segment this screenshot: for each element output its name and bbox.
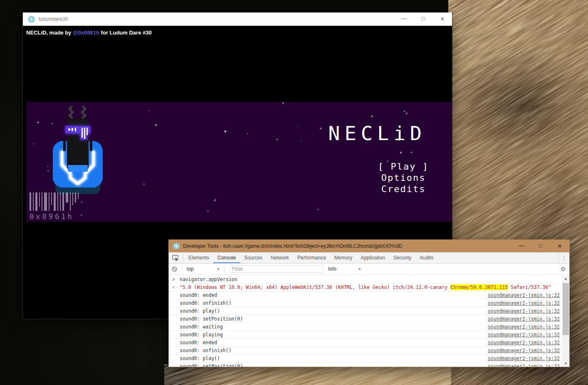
toolbar-divider bbox=[182, 266, 182, 272]
handle-left bbox=[63, 140, 66, 151]
maximize-button[interactable]: □ bbox=[531, 242, 550, 249]
tab-elements[interactable]: Elements bbox=[184, 252, 213, 263]
log-message: sound0: setPosition(0) bbox=[180, 363, 243, 367]
devtools-window-controls: — □ × bbox=[512, 242, 569, 250]
star bbox=[155, 124, 157, 126]
log-source-link[interactable]: soundmanager2-jsmin.js:32 bbox=[488, 339, 560, 346]
tab-memory[interactable]: Memory bbox=[330, 252, 356, 263]
log-source-link[interactable]: soundmanager2-jsmin.js:32 bbox=[488, 291, 560, 299]
pod-front-lip bbox=[68, 165, 88, 172]
inspect-element-button[interactable] bbox=[169, 252, 182, 263]
log-source-link[interactable]: soundmanager2-jsmin.js:32 bbox=[488, 355, 560, 362]
clear-console-button[interactable] bbox=[169, 267, 180, 272]
game-menu-item-selected[interactable]: [ Play ] bbox=[378, 161, 429, 172]
console-filter-input[interactable] bbox=[230, 265, 323, 273]
devtools-title: Developer Tools - itch-cave://game.itch/… bbox=[183, 243, 402, 249]
itch-app-icon bbox=[28, 16, 35, 23]
star bbox=[33, 143, 34, 144]
log-source-link[interactable]: soundmanager2-jsmin.js:32 bbox=[488, 323, 560, 331]
result-pre: "5.0 (Windows NT 10.0; Win64; x64) Apple… bbox=[180, 284, 450, 290]
game-window-titlebar[interactable]: ludumdare30 — □ × bbox=[23, 12, 452, 26]
star bbox=[277, 139, 278, 140]
log-level-select[interactable]: Info ▼ bbox=[326, 266, 364, 272]
console-input-text: navigator.appVersion bbox=[180, 276, 237, 282]
devtools-tabs: Elements Console Sources Network Perform… bbox=[169, 252, 569, 264]
barcode-bar bbox=[62, 192, 64, 211]
tab-console[interactable]: Console bbox=[213, 252, 240, 263]
log-source-link[interactable]: soundmanager2-jsmin.js:32 bbox=[488, 315, 560, 323]
console-input-row: > navigator.appVersion bbox=[169, 276, 562, 284]
execution-context-select[interactable]: top ▼ bbox=[184, 266, 222, 272]
log-message: sound0: ended bbox=[180, 340, 217, 346]
barcode-bar bbox=[30, 192, 31, 211]
log-source-link[interactable]: soundmanager2-jsmin.js:32 bbox=[488, 307, 560, 315]
console-output[interactable]: > navigator.appVersion <· "5.0 (Windows … bbox=[169, 276, 562, 367]
steam bbox=[69, 106, 85, 118]
console-scrollbar[interactable]: ▲ ▼ bbox=[562, 276, 569, 367]
devtools-menu-button[interactable]: ⋮ bbox=[558, 252, 569, 263]
minimize-button[interactable]: — bbox=[395, 15, 414, 22]
devtools-titlebar[interactable]: Developer Tools - itch-cave://game.itch/… bbox=[169, 240, 569, 252]
star bbox=[215, 199, 216, 200]
itch-app-icon bbox=[173, 243, 180, 249]
barcode-bar bbox=[44, 192, 47, 211]
minimize-button[interactable]: — bbox=[512, 242, 531, 249]
barcode-bar bbox=[42, 192, 42, 211]
game-window-controls: — □ × bbox=[395, 15, 452, 23]
tab-network[interactable]: Network bbox=[267, 252, 293, 263]
game-menu-item[interactable]: Credits bbox=[378, 183, 429, 195]
barcode bbox=[30, 192, 80, 212]
star bbox=[81, 214, 82, 216]
log-source-link[interactable]: soundmanager2-jsmin.js:32 bbox=[488, 347, 560, 354]
barcode-bar bbox=[72, 192, 73, 205]
log-source-link[interactable]: soundmanager2-jsmin.js:32 bbox=[488, 363, 560, 367]
author-link[interactable]: @0x0961h bbox=[73, 30, 99, 36]
barcode-bar bbox=[57, 192, 58, 211]
tab-security[interactable]: Security bbox=[389, 252, 415, 263]
game-menu-item[interactable]: Options bbox=[378, 172, 429, 183]
tab-performance[interactable]: Performance bbox=[293, 252, 330, 263]
log-source-link[interactable]: soundmanager2-jsmin.js:32 bbox=[488, 299, 560, 307]
barcode-bar bbox=[54, 192, 56, 211]
log-message: sound0: waiting bbox=[180, 324, 223, 330]
credit-suffix: Ludum Dare #30 bbox=[110, 30, 152, 36]
console-log-row: sound0: ended soundmanager2-jsmin.js:32 bbox=[169, 291, 562, 299]
console-log-row: sound0: playing soundmanager2-jsmin.js:3… bbox=[169, 331, 562, 339]
tabbar-divider bbox=[183, 254, 183, 261]
fur-texture bbox=[164, 364, 451, 385]
scroll-up-icon[interactable]: ▲ bbox=[562, 276, 569, 282]
star bbox=[282, 102, 284, 104]
tab-label: Audits bbox=[420, 255, 433, 261]
maximize-button[interactable]: □ bbox=[414, 15, 433, 22]
console-log-row: sound0: waiting soundmanager2-jsmin.js:3… bbox=[169, 323, 562, 331]
console-log-row: sound0: setPosition(0) soundmanager2-jsm… bbox=[169, 315, 562, 323]
star bbox=[320, 128, 321, 129]
log-message: sound0: play() bbox=[180, 308, 220, 314]
tab-sources[interactable]: Sources bbox=[240, 252, 267, 263]
scroll-down-icon[interactable]: ▼ bbox=[562, 360, 569, 367]
star bbox=[149, 110, 150, 111]
scrollbar-thumb[interactable] bbox=[563, 283, 569, 335]
game-title: NECLiD bbox=[328, 122, 426, 145]
tab-application[interactable]: Application bbox=[356, 252, 389, 263]
log-source-link[interactable]: soundmanager2-jsmin.js:32 bbox=[488, 331, 560, 338]
close-button[interactable]: × bbox=[433, 15, 452, 23]
star bbox=[247, 133, 248, 134]
barcode-bar bbox=[49, 192, 49, 211]
close-button[interactable]: × bbox=[550, 242, 569, 250]
dropdown-arrow-icon: ▼ bbox=[217, 267, 220, 271]
star bbox=[400, 152, 402, 153]
log-message: sound0: onfinish() bbox=[180, 300, 232, 306]
barcode-bar bbox=[70, 192, 71, 211]
desktop-background-fur-bottom bbox=[164, 364, 451, 385]
game-screen-canvas[interactable]: 0x0961h NECLiD [ Play ] Options Credits bbox=[26, 102, 452, 222]
tab-audits[interactable]: Audits bbox=[415, 252, 437, 263]
tab-label: Security bbox=[393, 255, 411, 261]
barcode-bar bbox=[35, 192, 37, 211]
star bbox=[404, 111, 405, 112]
toolbar-divider bbox=[225, 266, 225, 272]
author-tag: 0x0961h bbox=[30, 212, 74, 221]
star bbox=[301, 141, 302, 141]
console-settings-button[interactable]: ⚙ bbox=[557, 266, 569, 272]
console-log-row: sound0: onfinish() soundmanager2-jsmin.j… bbox=[169, 347, 562, 355]
